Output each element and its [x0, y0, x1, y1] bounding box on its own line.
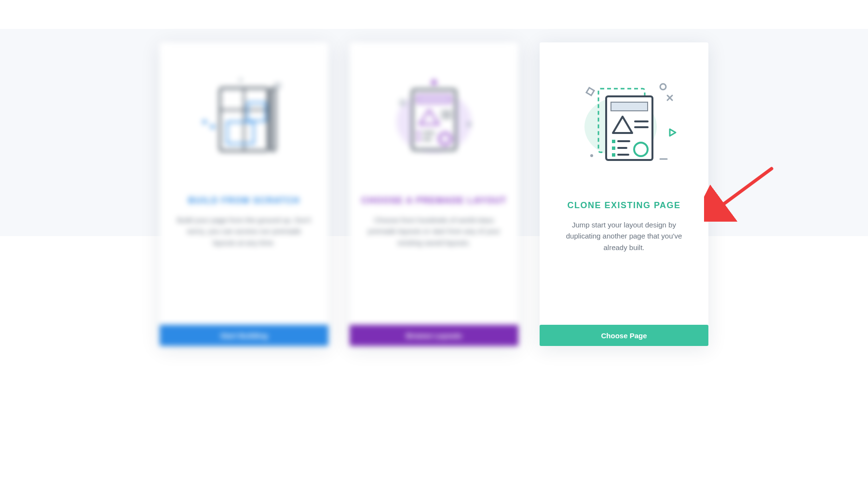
card-build-from-scratch[interactable]: BUILD FROM SCRATCH Build your page from … [160, 42, 328, 346]
svg-point-41 [590, 154, 593, 157]
card-description: Build your page from the ground up. Don'… [176, 214, 312, 248]
svg-marker-7 [203, 120, 208, 124]
card-title: CHOOSE A PREMADE LAYOUT [350, 196, 518, 206]
card-title: BUILD FROM SCRATCH [160, 196, 328, 206]
build-from-scratch-icon [160, 42, 328, 163]
premade-layout-icon [350, 42, 518, 163]
svg-point-22 [400, 100, 405, 105]
clone-card-title: CLONE EXISTING PAGE [540, 200, 708, 211]
svg-rect-33 [612, 146, 615, 150]
svg-marker-38 [586, 88, 594, 95]
svg-rect-27 [611, 102, 648, 111]
svg-marker-40 [670, 129, 676, 136]
svg-rect-35 [612, 153, 615, 157]
svg-rect-16 [417, 132, 420, 134]
card-description: Jump start your layout design by duplica… [556, 219, 692, 253]
clone-page-icon [540, 42, 708, 168]
svg-rect-18 [417, 138, 420, 141]
svg-point-9 [239, 79, 242, 81]
choose-page-button[interactable]: Choose Page [540, 325, 708, 346]
svg-marker-21 [431, 79, 437, 84]
card-premade-layout[interactable]: CHOOSE A PREMADE LAYOUT Choose from hund… [350, 42, 518, 346]
browse-layouts-button[interactable]: Browse Layouts [350, 325, 518, 346]
card-clone-existing-page[interactable]: CLONE EXISTING PAGE Jump start your layo… [540, 42, 708, 346]
svg-rect-5 [271, 88, 275, 151]
start-building-button[interactable]: Start Building [160, 325, 328, 346]
svg-point-23 [467, 122, 471, 126]
svg-point-39 [660, 84, 666, 90]
svg-point-6 [211, 125, 215, 129]
svg-point-8 [275, 83, 280, 88]
option-cards-row: BUILD FROM SCRATCH Build your page from … [160, 42, 708, 346]
svg-rect-12 [417, 95, 451, 103]
svg-rect-31 [612, 140, 615, 143]
card-description: Choose from hundreds of world-class prem… [366, 214, 502, 248]
